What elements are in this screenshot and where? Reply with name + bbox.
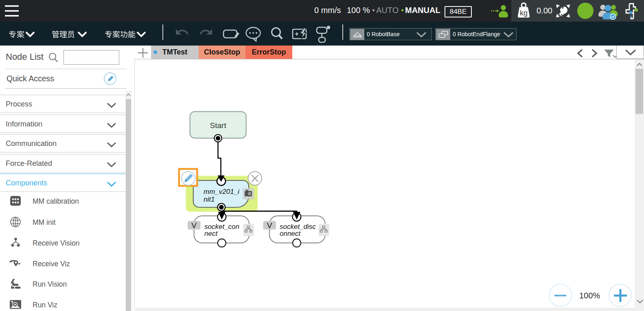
- svg-text:nect: nect: [204, 230, 218, 237]
- svg-text:kg: kg: [520, 9, 528, 17]
- svg-text:nit1: nit1: [204, 196, 215, 203]
- svg-text:0.00: 0.00: [537, 6, 552, 15]
- svg-text:Start: Start: [210, 121, 227, 130]
- svg-text:V: V: [267, 221, 272, 230]
- svg-text:socket_con: socket_con: [204, 223, 239, 231]
- svg-text:V: V: [191, 221, 197, 230]
- svg-text:onnect: onnect: [280, 230, 301, 237]
- svg-text:socket_disc: socket_disc: [280, 223, 316, 231]
- svg-text:mm_v201_i: mm_v201_i: [204, 188, 240, 196]
